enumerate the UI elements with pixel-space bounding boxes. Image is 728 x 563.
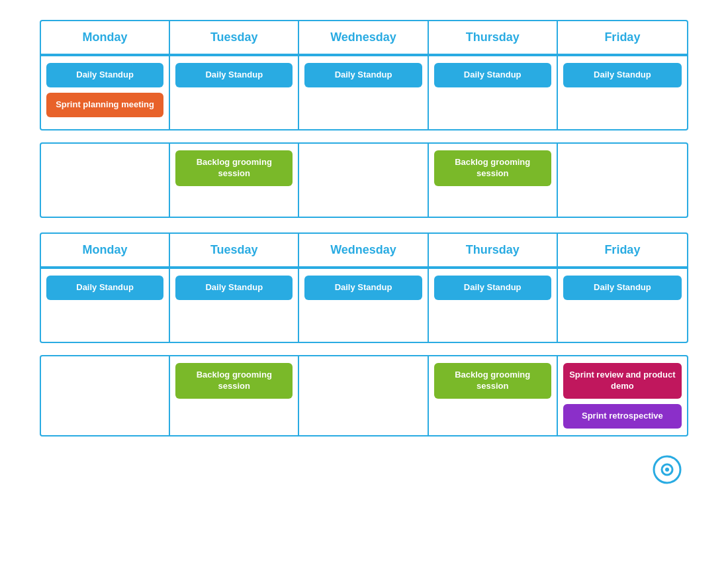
day-header-monday-w2: Monday — [41, 234, 170, 266]
svg-point-2 — [665, 468, 669, 472]
sprint-retro-event[interactable]: Sprint retrospective — [563, 404, 682, 429]
standup-event-w1-thu[interactable]: Daily Standup — [434, 63, 551, 87]
week1-row1: Daily Standup Sprint planning meeting Da… — [41, 55, 687, 129]
week1-section: Monday Tuesday Wednesday Thursday Friday… — [40, 20, 688, 218]
week1-row2: Backlog grooming session Backlog groomin… — [41, 144, 687, 217]
standup-event-w2-tue[interactable]: Daily Standup — [175, 276, 293, 300]
week2-header: Monday Tuesday Wednesday Thursday Friday — [41, 234, 687, 268]
week2-r2-friday: Sprint review and product demo Sprint re… — [558, 356, 687, 435]
week2-tuesday-cell: Daily Standup — [170, 269, 299, 342]
week1-r2-thursday: Backlog grooming session — [429, 144, 558, 217]
week2-thursday-cell: Daily Standup — [429, 269, 558, 342]
week1-monday-cell: Daily Standup Sprint planning meeting — [41, 56, 170, 129]
day-header-wednesday: Wednesday — [299, 21, 428, 54]
week2-row2: Backlog grooming session Backlog groomin… — [41, 356, 687, 435]
day-header-tuesday: Tuesday — [170, 21, 299, 54]
backlog-event-w1-tue[interactable]: Backlog grooming session — [175, 150, 293, 186]
standup-event-w1-fri[interactable]: Daily Standup — [563, 63, 682, 87]
week1-friday-cell: Daily Standup — [558, 56, 687, 129]
day-header-friday: Friday — [558, 21, 687, 54]
week2-r2-wednesday — [299, 356, 428, 435]
day-header-thursday-w2: Thursday — [429, 234, 558, 266]
standup-event-w1-mon[interactable]: Daily Standup — [46, 63, 163, 87]
week1-r2-tuesday: Backlog grooming session — [170, 144, 299, 217]
day-header-tuesday-w2: Tuesday — [170, 234, 299, 266]
standup-event-w1-wed[interactable]: Daily Standup — [304, 63, 422, 87]
day-header-friday-w2: Friday — [558, 234, 687, 266]
backlog-event-w2-thu[interactable]: Backlog grooming session — [434, 363, 551, 399]
sprint-planning-event[interactable]: Sprint planning meeting — [46, 93, 163, 117]
standup-event-w1-tue[interactable]: Daily Standup — [175, 63, 293, 87]
backlog-event-w2-tue[interactable]: Backlog grooming session — [175, 363, 293, 399]
day-header-monday: Monday — [41, 21, 170, 54]
logo-container — [40, 448, 688, 484]
week2-row2-block: Backlog grooming session Backlog groomin… — [40, 355, 688, 436]
week1-r2-wednesday — [299, 144, 428, 217]
week1-thursday-cell: Daily Standup — [429, 56, 558, 129]
week2-r2-tuesday: Backlog grooming session — [170, 356, 299, 435]
sprint-review-event[interactable]: Sprint review and product demo — [563, 363, 682, 399]
backlog-event-w1-thu[interactable]: Backlog grooming session — [434, 150, 551, 186]
standup-event-w2-mon[interactable]: Daily Standup — [46, 276, 163, 300]
week2-row1: Daily Standup Daily Standup Daily Standu… — [41, 268, 687, 342]
standup-event-w2-fri[interactable]: Daily Standup — [563, 276, 682, 300]
week2-r2-thursday: Backlog grooming session — [429, 356, 558, 435]
week2-friday-cell: Daily Standup — [558, 269, 687, 342]
app-logo — [653, 455, 682, 484]
week1-header: Monday Tuesday Wednesday Thursday Friday — [41, 21, 687, 55]
week2-r2-monday — [41, 356, 170, 435]
standup-event-w2-thu[interactable]: Daily Standup — [434, 276, 551, 300]
week1-top-block: Monday Tuesday Wednesday Thursday Friday… — [40, 20, 688, 130]
day-header-wednesday-w2: Wednesday — [299, 234, 428, 266]
week2-top-block: Monday Tuesday Wednesday Thursday Friday… — [40, 232, 688, 343]
week1-row2-block: Backlog grooming session Backlog groomin… — [40, 142, 688, 218]
week1-tuesday-cell: Daily Standup — [170, 56, 299, 129]
week2-monday-cell: Daily Standup — [41, 269, 170, 342]
week2-section: Monday Tuesday Wednesday Thursday Friday… — [40, 232, 688, 436]
week1-wednesday-cell: Daily Standup — [299, 56, 428, 129]
week1-r2-friday — [558, 144, 687, 217]
day-header-thursday: Thursday — [429, 21, 558, 54]
week2-wednesday-cell: Daily Standup — [299, 269, 428, 342]
week1-r2-monday — [41, 144, 170, 217]
standup-event-w2-wed[interactable]: Daily Standup — [304, 276, 422, 300]
